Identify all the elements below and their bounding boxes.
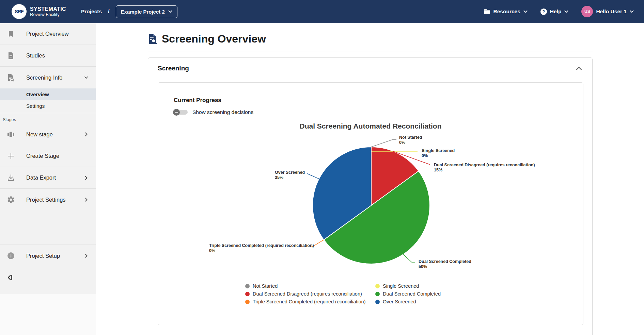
sidebar-item-project-setup[interactable]: Project Setup [0, 245, 96, 267]
help-label: Help [550, 9, 562, 15]
sidebar-item-label: Studies [26, 52, 45, 59]
title-divider [148, 51, 593, 51]
sidebar-subitem-label: Overview [26, 91, 49, 97]
pie-label-leader-line [403, 254, 415, 262]
chevron-down-icon [523, 10, 528, 13]
sidebar-subitem-settings[interactable]: Settings [0, 100, 96, 112]
legend-color-dot [375, 284, 380, 288]
sidebar-item-new-stage[interactable]: New stage [0, 123, 96, 145]
legend-label: Triple Screened Completed (required reco… [253, 299, 366, 304]
sidebar-item-label: Screening Info [26, 74, 62, 81]
file-search-icon [7, 73, 15, 82]
plus-icon [7, 152, 15, 160]
main-content: Screening Overview Screening Current Pro… [96, 23, 644, 335]
legend-label: Over Screened [383, 299, 416, 304]
toggle-thumb [173, 109, 180, 116]
collapse-card-button[interactable] [575, 65, 583, 72]
chevron-right-icon [83, 253, 89, 258]
breadcrumb-separator: / [108, 9, 109, 15]
pie-label-leader-line [371, 139, 396, 147]
legend-color-dot [245, 292, 250, 296]
legend-color-dot [375, 300, 380, 304]
sidebar-item-project-settings[interactable]: Project Settings [0, 189, 96, 211]
legend-item[interactable]: Triple Screened Completed (required reco… [245, 299, 375, 304]
pie-slice-label: Over Screened [275, 170, 305, 175]
chevron-down-icon [564, 10, 568, 13]
resources-label: Resources [493, 9, 520, 15]
stages-section-label: Stages [0, 113, 96, 123]
logo-title: SYSTEMATIC [30, 6, 66, 12]
project-selector-label: Example Project 2 [121, 9, 165, 15]
pie-slice-label: Not Started [399, 135, 422, 140]
legend-color-dot [375, 292, 380, 296]
pie-slice-label: 35% [275, 175, 283, 180]
screening-card: Screening Current Progress Show screenin… [148, 57, 593, 335]
breadcrumb: Projects / Example Project 2 [81, 5, 177, 18]
legend-item[interactable]: Single Screened [375, 283, 441, 289]
user-avatar: US [581, 6, 593, 17]
chart-title: Dual Screening Automated Reconciliation [158, 122, 583, 130]
pie-slice-label: Dual Screened Completed [419, 259, 471, 264]
legend-label: Single Screened [383, 283, 419, 289]
minus-icon [175, 112, 178, 113]
breadcrumb-projects-link[interactable]: Projects [81, 9, 102, 15]
logo-monogram-icon: SRF [12, 4, 27, 19]
chevron-right-icon [83, 175, 89, 181]
legend-item[interactable]: Over Screened [375, 299, 441, 304]
sidebar-item-label: Project Overview [26, 31, 69, 37]
sidebar-item-project-overview[interactable]: Project Overview [0, 23, 96, 45]
stage-carousel-icon [7, 130, 15, 138]
legend-label: Dual Screened Completed [383, 291, 441, 297]
pie-label-leader-line [307, 173, 319, 179]
chart-legend: Not StartedDual Screened Disagreed (requ… [245, 283, 583, 304]
legend-item[interactable]: Dual Screened Completed [375, 291, 441, 297]
info-icon [7, 252, 15, 260]
project-selector-dropdown[interactable]: Example Project 2 [116, 5, 177, 18]
toggle-label: Show screening decisions [192, 109, 253, 115]
pie-slice-label: Triple Screened Completed (required reco… [209, 243, 314, 248]
collapse-sidebar-icon [6, 273, 14, 282]
chevron-up-icon [576, 67, 582, 70]
bookmark-icon [7, 30, 15, 38]
show-screening-decisions-toggle[interactable] [173, 109, 189, 116]
sidebar-subitem-label: Settings [26, 103, 45, 109]
current-progress-panel: Current Progress Show screening decision… [158, 82, 583, 325]
help-icon: ? [540, 9, 547, 15]
user-menu[interactable]: US Hello User 1 [581, 6, 634, 17]
pie-slice-label: 0% [209, 248, 215, 253]
sidebar-item-data-export[interactable]: Data Export [0, 167, 96, 189]
resources-menu[interactable]: Resources [484, 9, 528, 15]
pie-slice-label: Dual Screened Disagreed (requires reconc… [434, 163, 535, 167]
pie-slice-label: 0% [422, 153, 428, 158]
legend-color-dot [245, 284, 250, 288]
sidebar-collapse-button[interactable] [0, 267, 96, 288]
user-greeting: Hello User 1 [596, 9, 627, 15]
legend-item[interactable]: Not Started [245, 283, 375, 289]
sidebar-subitem-overview[interactable]: Overview [0, 88, 96, 100]
pie-chart-svg: Not Started0%Single Screened0%Dual Scree… [158, 132, 584, 272]
sidebar-item-screening-info[interactable]: Screening Info [0, 67, 96, 88]
current-progress-heading: Current Progress [174, 97, 583, 104]
legend-label: Not Started [253, 283, 278, 289]
sidebar-item-create-stage[interactable]: Create Stage [0, 145, 96, 167]
legend-item[interactable]: Dual Screened Disagreed (requires reconc… [245, 291, 375, 297]
legend-label: Dual Screened Disagreed (requires reconc… [253, 291, 362, 297]
chevron-down-icon [83, 75, 89, 80]
app-logo[interactable]: SRF SYSTEMATIC Review Facility [12, 4, 66, 19]
sidebar-item-label: Project Setup [26, 253, 60, 259]
chevron-right-icon [83, 132, 89, 137]
page-title: Screening Overview [162, 33, 266, 45]
sidebar-item-studies[interactable]: Studies [0, 45, 96, 67]
chevron-down-icon [630, 10, 634, 13]
sidebar-item-label: Project Settings [26, 197, 66, 203]
chevron-right-icon [83, 197, 89, 202]
pie-slice-label: 0% [399, 140, 405, 145]
pie-slice-label: 15% [434, 168, 442, 172]
download-icon [7, 174, 15, 182]
file-icon [7, 52, 15, 60]
screening-card-title: Screening [158, 65, 189, 72]
screening-overview-icon [148, 34, 157, 44]
sidebar-item-label: Create Stage [26, 153, 59, 159]
help-menu[interactable]: ? Help [540, 9, 569, 15]
pie-chart: Not Started0%Single Screened0%Dual Scree… [158, 132, 583, 273]
